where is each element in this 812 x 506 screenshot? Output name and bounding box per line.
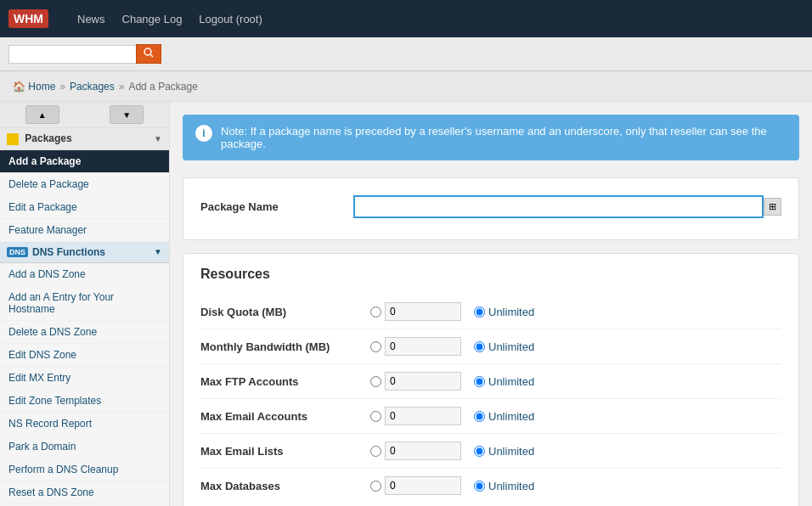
search-button[interactable] (136, 44, 161, 64)
breadcrumb: 🏠 Home » Packages » Add a Package (0, 71, 812, 102)
sidebar-item-label: Park a Domain (8, 441, 76, 453)
sidebar: ▲ ▼ Packages ▼ Add a Package Delete a Pa… (0, 102, 170, 506)
sidebar-item-label: Edit MX Entry (8, 372, 70, 384)
resource-radio-num-email-lists[interactable] (370, 446, 381, 457)
breadcrumb-current: Add a Package (128, 81, 197, 93)
sidebar-item-edit-dns-zone[interactable]: Edit DNS Zone (0, 344, 169, 367)
resources-title: Resources (200, 267, 781, 282)
sidebar-item-label: Add a Package (8, 155, 81, 167)
resource-row-ftp: Max FTP Accounts Unlimited (200, 364, 781, 399)
resource-unlimited-option-email-lists: Unlimited (474, 445, 534, 458)
resource-row-email-lists: Max Email Lists Unlimited (200, 434, 781, 469)
resource-radio-num-bandwidth[interactable] (370, 341, 381, 352)
resource-row-bandwidth: Monthly Bandwidth (MB) Unlimited (200, 329, 781, 364)
sidebar-item-label: Add a DNS Zone (8, 268, 86, 280)
sidebar-item-perform-dns-cleanup[interactable]: Perform a DNS Cleanup (0, 458, 169, 481)
resource-label-email-lists: Max Email Lists (200, 445, 370, 458)
info-box: i Note: If a package name is preceded by… (183, 115, 799, 160)
sidebar-item-add-dns-zone[interactable]: Add a DNS Zone (0, 263, 169, 286)
news-link[interactable]: News (77, 13, 105, 25)
sidebar-item-delete-package[interactable]: Delete a Package (0, 173, 169, 196)
info-icon: i (195, 125, 212, 142)
sidebar-item-feature-manager[interactable]: Feature Manager (0, 219, 169, 242)
packages-icon (7, 133, 19, 145)
resource-radio-num-disk-quota[interactable] (370, 306, 381, 318)
top-navigation: WHM News Change Log Logout (root) (0, 0, 812, 37)
sidebar-item-label: Reset a DNS Zone (8, 486, 94, 498)
resource-row-disk-quota: Disk Quota (MB) Unlimited (200, 295, 781, 329)
resource-input-email-lists[interactable] (385, 441, 461, 460)
dns-chevron: ▼ (154, 247, 162, 256)
resource-radio-unlimited-disk-quota[interactable] (474, 306, 485, 318)
logo: WHM (8, 9, 52, 28)
resource-radio-unlimited-email[interactable] (474, 411, 485, 422)
breadcrumb-home[interactable]: Home (28, 81, 55, 93)
resource-row-email: Max Email Accounts Unlimited (200, 399, 781, 434)
sidebar-item-park-domain[interactable]: Park a Domain (0, 436, 169, 458)
sidebar-item-edit-mx-entry[interactable]: Edit MX Entry (0, 367, 169, 390)
resource-input-databases[interactable] (385, 476, 461, 495)
logout-link[interactable]: Logout (root) (199, 13, 262, 25)
resource-radio-unlimited-bandwidth[interactable] (474, 341, 485, 352)
sidebar-item-reset-dns-zone[interactable]: Reset a DNS Zone (0, 481, 169, 504)
package-name-label: Package Name (200, 200, 353, 213)
resource-input-disk-quota[interactable] (385, 302, 461, 321)
resource-label-disk-quota: Disk Quota (MB) (200, 306, 370, 318)
svg-point-0 (144, 48, 151, 55)
resource-unlimited-label-email: Unlimited (488, 410, 534, 423)
sidebar-item-add-a-entry[interactable]: Add an A Entry for Your Hostname (0, 286, 169, 321)
breadcrumb-packages[interactable]: Packages (70, 81, 115, 93)
sidebar-item-label: Edit a Package (8, 201, 77, 213)
sidebar-item-edit-package[interactable]: Edit a Package (0, 196, 169, 219)
logo-box: WHM (8, 9, 48, 28)
breadcrumb-sep2: » (119, 81, 125, 93)
resource-unlimited-option-databases: Unlimited (474, 480, 534, 492)
resource-num-option-ftp (370, 372, 461, 391)
resource-label-databases: Max Databases (200, 480, 370, 492)
resource-num-option-databases (370, 476, 461, 495)
resource-radio-num-databases[interactable] (370, 481, 381, 492)
resource-unlimited-label-disk-quota: Unlimited (488, 306, 534, 318)
resource-radio-unlimited-ftp[interactable] (474, 376, 485, 387)
svg-line-1 (150, 54, 153, 57)
changelog-link[interactable]: Change Log (122, 13, 183, 25)
resource-radio-num-ftp[interactable] (370, 376, 381, 387)
resource-num-option-bandwidth (370, 337, 461, 356)
packages-section[interactable]: Packages ▼ (0, 128, 169, 150)
resource-unlimited-label-ftp: Unlimited (488, 375, 534, 388)
resource-input-ftp[interactable] (385, 372, 461, 391)
package-name-icon[interactable]: ⊞ (764, 198, 781, 216)
scroll-down-button[interactable]: ▼ (110, 105, 144, 124)
main-layout: ▲ ▼ Packages ▼ Add a Package Delete a Pa… (0, 102, 812, 506)
breadcrumb-sep1: » (59, 81, 65, 93)
sidebar-item-add-package[interactable]: Add a Package (0, 150, 169, 173)
resource-num-option-disk-quota (370, 302, 461, 321)
search-input[interactable] (8, 45, 136, 64)
resource-radio-unlimited-email-lists[interactable] (474, 446, 485, 457)
resource-unlimited-label-email-lists: Unlimited (488, 445, 534, 458)
scroll-up-button[interactable]: ▲ (25, 105, 59, 124)
sidebar-item-label: Feature Manager (8, 224, 87, 236)
resource-unlimited-option-ftp: Unlimited (474, 375, 534, 388)
sidebar-item-ns-record-report[interactable]: NS Record Report (0, 413, 169, 436)
resource-label-email: Max Email Accounts (200, 410, 370, 423)
dns-functions-section[interactable]: DNS DNS Functions ▼ (0, 242, 169, 263)
package-name-panel: Package Name ⊞ (183, 177, 799, 240)
package-name-input[interactable] (353, 195, 764, 218)
sidebar-item-edit-zone-templates[interactable]: Edit Zone Templates (0, 390, 169, 413)
sidebar-item-label: Delete a Package (8, 178, 89, 190)
resource-input-bandwidth[interactable] (385, 337, 461, 356)
resource-label-bandwidth: Monthly Bandwidth (MB) (200, 340, 370, 353)
resource-unlimited-option-bandwidth: Unlimited (474, 340, 534, 353)
main-content: i Note: If a package name is preceded by… (170, 102, 812, 506)
sidebar-item-label: Add an A Entry for Your Hostname (8, 291, 114, 315)
resource-unlimited-label-bandwidth: Unlimited (488, 340, 534, 353)
resource-radio-unlimited-databases[interactable] (474, 481, 485, 492)
resource-radio-num-email[interactable] (370, 411, 381, 422)
sidebar-item-label: Edit Zone Templates (8, 395, 101, 407)
resource-row-databases: Max Databases Unlimited (200, 469, 781, 503)
resource-unlimited-option-email: Unlimited (474, 410, 534, 423)
sidebar-item-delete-dns-zone[interactable]: Delete a DNS Zone (0, 321, 169, 344)
resource-input-email[interactable] (385, 407, 461, 425)
sidebar-item-label: NS Record Report (8, 418, 92, 430)
